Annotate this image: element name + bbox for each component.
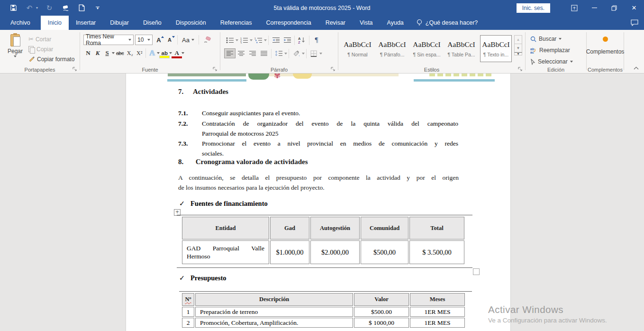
- cut-button[interactable]: ✂Cortar: [27, 35, 76, 44]
- align-left-icon[interactable]: [224, 48, 236, 58]
- table-row: Entidad Gad Autogestión Comunidad Total: [182, 217, 464, 239]
- table-resize-handle[interactable]: [473, 268, 480, 275]
- change-case-button[interactable]: Aa: [181, 35, 196, 45]
- align-right-icon[interactable]: [247, 48, 258, 58]
- styles-more-icon[interactable]: ▾: [514, 52, 522, 55]
- collapse-ribbon-icon[interactable]: [632, 64, 640, 71]
- numbering-icon[interactable]: 123: [238, 35, 250, 45]
- show-paragraph-marks-icon[interactable]: ¶: [311, 35, 322, 45]
- windows-activation-watermark: Activar Windows Ve a Configuración para …: [488, 304, 607, 324]
- group-complementos: Complementos Complementos: [587, 30, 624, 73]
- addins-button[interactable]: Complementos: [587, 32, 624, 55]
- group-edicion: Buscar abac Reemplazar Seleccionar Edici…: [526, 30, 586, 73]
- tab-vista[interactable]: Vista: [353, 16, 380, 30]
- tab-archivo[interactable]: Archivo: [0, 16, 41, 30]
- multilevel-list-icon[interactable]: 1: [253, 35, 264, 45]
- shrink-font-button[interactable]: A: [165, 35, 174, 45]
- restore-button[interactable]: [604, 0, 624, 16]
- highlight-button[interactable]: ab: [160, 48, 169, 58]
- ribbon-display-options-icon[interactable]: [564, 0, 584, 16]
- tab-referencias[interactable]: Referencias: [213, 16, 259, 30]
- feedback-bubble-icon[interactable]: [631, 19, 638, 26]
- estilos-dialog-launcher-icon[interactable]: [517, 66, 523, 72]
- font-size-select[interactable]: 10: [135, 35, 153, 45]
- ribbon-tabs: Archivo Inicio Insertar Dibujar Diseño D…: [0, 16, 644, 30]
- copy-button[interactable]: Copiar: [27, 45, 76, 54]
- justify-icon[interactable]: [258, 48, 270, 58]
- tab-inicio[interactable]: Inicio: [41, 16, 69, 30]
- tell-me-box[interactable]: ¿Qué desea hacer?: [411, 16, 484, 30]
- align-center-icon[interactable]: [236, 48, 247, 58]
- heading-actividades: 7. Actividades: [178, 88, 228, 96]
- bullets-icon[interactable]: [224, 35, 236, 45]
- portapapeles-dialog-launcher-icon[interactable]: [72, 66, 78, 72]
- style-sin-espaciado[interactable]: AaBbCcI¶ Sin espa...: [411, 35, 443, 62]
- decrease-indent-icon[interactable]: [270, 35, 281, 45]
- document-page[interactable]: ✾ 7. Actividades 7.1. Conseguir auspicia…: [126, 74, 511, 331]
- letterhead-teal-bar-right: [414, 79, 495, 82]
- tab-diseno[interactable]: Diseño: [136, 16, 169, 30]
- intro-paragraph: A continuación, se detalla el presupuest…: [178, 173, 459, 193]
- select-button[interactable]: Seleccionar: [530, 57, 586, 66]
- svg-text:ab: ab: [530, 47, 534, 51]
- style-table-paragraph[interactable]: AaBbCcI¶ Table Pa...: [445, 35, 477, 62]
- format-painter-button[interactable]: Copiar formato: [27, 55, 76, 64]
- letterhead-crest-leaf: [248, 74, 269, 80]
- superscript-button[interactable]: X²: [135, 48, 144, 58]
- styles-scroll-up-icon[interactable]: ▲: [514, 35, 522, 44]
- checkmark-icon: ✓: [179, 200, 190, 208]
- draw-eraser-icon[interactable]: [61, 3, 70, 13]
- underline-button[interactable]: S: [102, 48, 112, 58]
- minimize-button[interactable]: [584, 0, 604, 16]
- italic-button[interactable]: K: [93, 48, 102, 58]
- tab-disposicion[interactable]: Disposición: [169, 16, 213, 30]
- redo-icon[interactable]: ↻: [45, 3, 54, 13]
- budget-table[interactable]: Nº Descripción Valor Meses 1 Preparación…: [181, 292, 466, 329]
- customize-qat-icon[interactable]: ▾: [93, 3, 102, 13]
- document-area: ✾ 7. Actividades 7.1. Conseguir auspicia…: [0, 74, 644, 331]
- search-icon: [530, 36, 536, 42]
- grow-font-button[interactable]: A: [154, 35, 163, 45]
- tab-revisar[interactable]: Revisar: [318, 16, 353, 30]
- replace-button[interactable]: abac Reemplazar: [530, 46, 586, 55]
- tab-insertar[interactable]: Insertar: [69, 16, 103, 30]
- paste-dropdown-icon[interactable]: [14, 55, 17, 57]
- style-normal[interactable]: AaBbCcI¶ Normal: [342, 35, 373, 62]
- borders-icon[interactable]: [308, 48, 319, 58]
- save-icon[interactable]: [9, 3, 18, 13]
- tab-dibujar[interactable]: Dibujar: [103, 16, 136, 30]
- clear-format-eraser-icon: [203, 37, 211, 43]
- strikethrough-button[interactable]: abc: [115, 48, 125, 58]
- style-texto-independiente[interactable]: AaBbCcI¶ Texto in...: [480, 35, 512, 62]
- font-color-button[interactable]: A: [172, 48, 181, 58]
- sign-in-button[interactable]: Inic. ses.: [517, 3, 550, 13]
- tab-correspondencia[interactable]: Correspondencia: [259, 16, 318, 30]
- style-parrafo[interactable]: AaBbCcI¶ Párrafo...: [376, 35, 408, 62]
- format-painter-icon: [28, 56, 35, 63]
- sort-icon[interactable]: AZ: [296, 35, 308, 45]
- line-spacing-icon[interactable]: [273, 48, 284, 58]
- parrafo-dialog-launcher-icon[interactable]: [330, 66, 336, 72]
- font-color-dropdown-icon[interactable]: [181, 52, 184, 54]
- ribbon: Pegar ✂Cortar Copiar Copiar formato Port…: [0, 30, 644, 74]
- undo-icon[interactable]: ↶: [25, 3, 34, 13]
- fuente-dialog-launcher-icon[interactable]: [212, 66, 218, 72]
- financing-table[interactable]: Entidad Gad Autogestión Comunidad Total …: [181, 216, 465, 265]
- shading-icon[interactable]: [290, 48, 302, 58]
- letterhead-crest-petal: [293, 74, 312, 79]
- table-row: Nº Descripción Valor Meses: [182, 293, 465, 306]
- close-button[interactable]: ✕: [624, 0, 644, 16]
- text-effects-button[interactable]: A: [147, 48, 157, 58]
- undo-dropdown-icon[interactable]: ▾: [36, 6, 38, 10]
- clear-formatting-button[interactable]: [202, 35, 212, 45]
- new-document-icon[interactable]: [77, 3, 86, 13]
- font-name-select[interactable]: Times New Roma: [83, 35, 134, 45]
- subscript-button[interactable]: X₂: [125, 48, 135, 58]
- find-button[interactable]: Buscar: [530, 34, 586, 44]
- checkmark-icon: ✓: [179, 274, 190, 282]
- heading-cronograma: 8. Cronograma valorado de actividades: [178, 158, 308, 166]
- bold-button[interactable]: N: [83, 48, 93, 58]
- increase-indent-icon[interactable]: [281, 35, 293, 45]
- table1-bottom-border: [177, 267, 472, 268]
- tab-ayuda[interactable]: Ayuda: [380, 16, 411, 30]
